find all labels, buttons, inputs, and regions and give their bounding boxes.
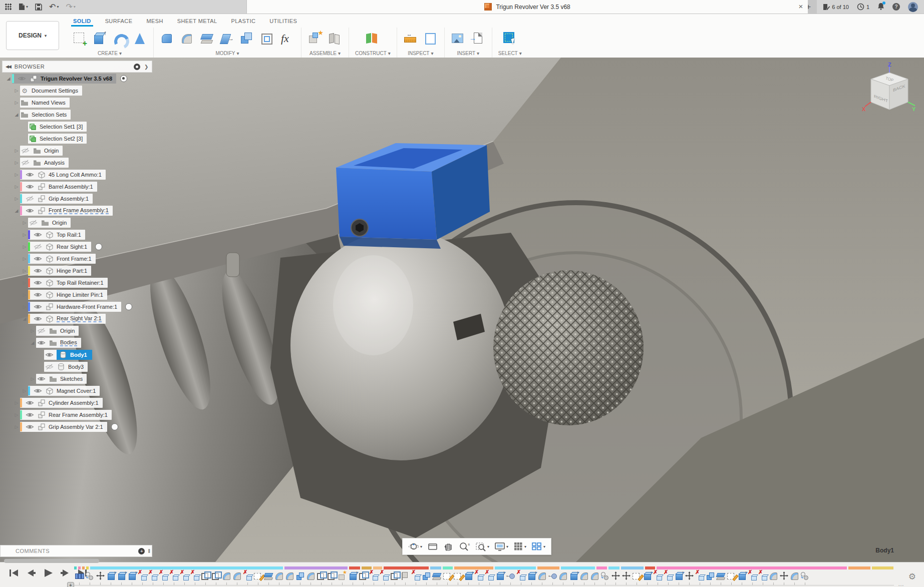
ribbon-tab-plastic[interactable]: PLASTIC	[224, 16, 263, 27]
timeline-feature-fillet[interactable]	[789, 570, 800, 581]
plane-icon[interactable]	[365, 31, 380, 46]
timeline-feature-cut[interactable]: ✗	[137, 570, 148, 581]
tree-expand-open-icon[interactable]: ◢	[13, 112, 20, 117]
browser-row-origin[interactable]: ▷Origin	[2, 217, 152, 229]
visibility-eye-off-icon[interactable]	[20, 148, 30, 154]
fit-dropdown-caret[interactable]: ▾	[487, 544, 489, 549]
ribbon-tab-mesh[interactable]: MESH	[139, 16, 170, 27]
revolve-icon[interactable]	[112, 31, 127, 46]
document-tab[interactable]: Trigun Revolver Ver 3.5 v68 ×	[246, 0, 808, 14]
visibility-eye-icon[interactable]	[17, 76, 27, 82]
display-settings-tool-button[interactable]: ▾	[492, 538, 511, 554]
viewport[interactable]: ◀◀ BROWSER ❯ ◢Trigun Revolver Ver 3.5 v6…	[0, 58, 924, 562]
tree-expand-closed-icon[interactable]: ▷	[21, 280, 28, 285]
visibility-eye-icon[interactable]	[33, 256, 43, 262]
notifications-button[interactable]	[877, 3, 884, 12]
insert-mesh-icon[interactable]: →	[471, 31, 486, 46]
tree-expand-closed-icon[interactable]: ▷	[13, 172, 20, 177]
timeline-feature-sketch[interactable]	[632, 570, 642, 581]
timeline-group-band[interactable]	[86, 566, 89, 569]
timeline-feature-move[interactable]	[95, 570, 106, 581]
tree-expand-closed-icon[interactable]: ▷	[13, 100, 20, 105]
timeline-feature-cut[interactable]: ✗	[158, 570, 169, 581]
timeline-feature-cut[interactable]: ✗	[695, 570, 705, 581]
orbit-dropdown-caret[interactable]: ▾	[420, 544, 422, 549]
timeline-group-band[interactable]	[537, 566, 559, 569]
browser-row-trigun-revolver-ver-3-5-v68[interactable]: ◢Trigun Revolver Ver 3.5 v68	[2, 73, 152, 85]
timeline-feature-pattern[interactable]	[390, 570, 400, 581]
browser-collapse-icon[interactable]: ◀◀	[6, 64, 11, 69]
visibility-eye-icon[interactable]	[33, 232, 43, 238]
timeline-feature-extrude[interactable]: ↑	[737, 570, 747, 581]
tree-expand-closed-icon[interactable]: ▷	[13, 148, 20, 153]
timeline-feature-cut[interactable]: ✗	[516, 570, 526, 581]
visibility-eye-icon[interactable]	[44, 352, 54, 358]
timeline-settings-gear-icon[interactable]: ⚙	[908, 571, 916, 582]
visibility-eye-icon[interactable]	[33, 316, 43, 322]
timeline-feature-fillet[interactable]	[232, 570, 242, 581]
timeline-feature-cut[interactable]: ✗	[190, 570, 200, 581]
timeline-feature-fillet[interactable]	[284, 570, 295, 581]
activate-component-radio[interactable]	[125, 303, 132, 310]
ribbon-group-label-create[interactable]: CREATE▾	[98, 51, 122, 56]
timeline-feature-fillet[interactable]	[579, 570, 589, 581]
browser-row-top-rail-retainer-1[interactable]: ▷Top Rail Retainer:1	[2, 277, 152, 289]
pan-tool-button[interactable]	[441, 538, 456, 554]
visibility-eye-icon[interactable]	[33, 388, 43, 394]
timeline-feature-pattern[interactable]	[316, 570, 327, 581]
timeline-feature-extrude[interactable]: ↑	[674, 570, 684, 581]
browser-row-hinge-limiter-pin-1[interactable]: ▷Hinge Limiter Pin:1	[2, 289, 152, 301]
timeline-feature-cut[interactable]: ✗	[474, 570, 484, 581]
visibility-eye-icon[interactable]	[36, 376, 46, 382]
timeline-feature-move[interactable]	[610, 570, 621, 581]
user-avatar[interactable]	[908, 2, 918, 12]
tree-expand-open-icon[interactable]: ◢	[29, 340, 36, 345]
visibility-eye-icon[interactable]	[25, 412, 35, 418]
offset-face-icon[interactable]	[260, 31, 275, 46]
comments-bar[interactable]: COMMENTS + ‖	[0, 545, 152, 557]
browser-row-45-long-colt-ammo-1[interactable]: ▷45 Long Colt Ammo:1	[2, 169, 152, 181]
combine-icon[interactable]	[240, 31, 255, 46]
browser-scrollbar[interactable]	[4, 559, 99, 563]
timeline-feature-extrude[interactable]: ↑	[568, 570, 579, 581]
timeline-feature-fillet[interactable]	[274, 570, 284, 581]
browser-header[interactable]: ◀◀ BROWSER ❯	[2, 61, 152, 73]
browser-row-sketches[interactable]: ▷Sketches	[2, 373, 152, 385]
browser-row-selection-set1-3-[interactable]: Selection Set1 [3]	[2, 121, 152, 133]
timeline-feature-cut[interactable]: ✗	[169, 570, 179, 581]
timeline-feature-fillet[interactable]	[558, 570, 568, 581]
browser-row-grip-assembly-1[interactable]: ▷Grip Assembly:1	[2, 193, 152, 205]
timeline-feature-pattern[interactable]	[327, 570, 337, 581]
file-menu-button[interactable]: ▾	[19, 3, 28, 11]
step-back-button[interactable]	[26, 569, 36, 577]
visibility-eye-off-icon[interactable]	[25, 196, 35, 202]
timeline-feature-cut[interactable]: ✗	[242, 570, 253, 581]
tree-expand-closed-icon[interactable]: ▷	[13, 196, 20, 201]
insert-image-icon[interactable]	[451, 31, 466, 46]
timeline-feature-extrude[interactable]: ↑	[348, 570, 358, 581]
visibility-eye-off-icon[interactable]	[44, 364, 54, 370]
step-forward-button[interactable]	[60, 569, 70, 577]
grid-settings-dropdown-caret[interactable]: ▾	[524, 544, 526, 549]
timeline-feature-combine[interactable]	[421, 570, 432, 581]
timeline-feature-fillet[interactable]	[768, 570, 779, 581]
timeline-feature-extrude[interactable]: ↑	[116, 570, 127, 581]
browser-row-rear-frame-assembly-1[interactable]: ▷Rear Frame Assembly:1	[2, 409, 152, 421]
timeline-feature-cut[interactable]: ✗	[379, 570, 390, 581]
tree-expand-closed-icon[interactable]: ▷	[13, 88, 20, 93]
timeline-feature-extrude[interactable]: ↑	[642, 570, 653, 581]
timeline-feature-sketch[interactable]	[453, 570, 463, 581]
timeline-feature-shell[interactable]	[432, 570, 442, 581]
timeline-feature-combine[interactable]	[295, 570, 305, 581]
press-pull-icon[interactable]	[160, 31, 175, 46]
timeline-feature-joint[interactable]: ↳	[600, 570, 610, 581]
visibility-eye-icon[interactable]	[25, 400, 35, 406]
timeline-feature-extrude[interactable]: ↑	[127, 570, 137, 581]
extrude-icon[interactable]: ↑	[92, 31, 107, 46]
browser-row-selection-set2-3-[interactable]: Selection Set2 [3]	[2, 133, 152, 145]
shell-icon[interactable]	[200, 31, 215, 46]
browser-row-body3[interactable]: Body3	[2, 361, 152, 373]
timeline-group-band[interactable]	[596, 566, 607, 569]
timeline-group-band[interactable]	[430, 566, 441, 569]
timeline-feature-cut[interactable]: ✗	[179, 570, 190, 581]
